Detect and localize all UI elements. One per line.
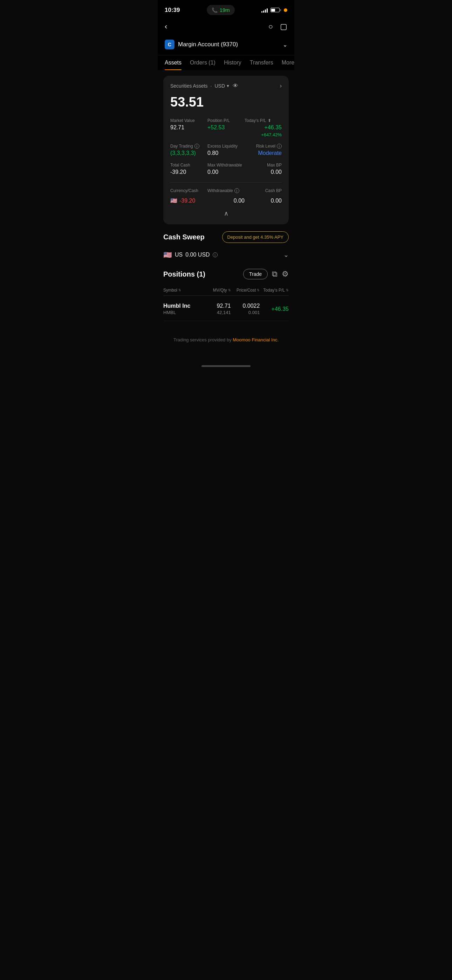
assets-card-header: Securities Assets · USD ▼ 👁 › bbox=[170, 83, 282, 89]
collapse-button[interactable]: ∧ bbox=[170, 210, 282, 217]
today-pl-position-value: +46.35 bbox=[272, 306, 289, 312]
usd-flag: 🇺🇸 -39.20 bbox=[170, 197, 207, 204]
market-value-metric: Market Value 92.71 bbox=[170, 118, 207, 137]
risk-level-label: Risk Level i bbox=[245, 144, 282, 149]
currency-dropdown-arrow: ▼ bbox=[226, 84, 230, 88]
call-duration: 19m bbox=[220, 7, 230, 13]
mv-qty-header[interactable]: MV/Qty ⇅ bbox=[202, 288, 231, 293]
day-trading-metric: Day Trading i (3,3,3,3,3) bbox=[170, 144, 207, 156]
nav-icons: ○ ▢ bbox=[268, 22, 287, 31]
currency-header: Currency/Cash Withdrawable i Cash BP bbox=[170, 188, 282, 193]
account-logo: C bbox=[165, 40, 175, 49]
signal-icon bbox=[261, 8, 268, 13]
assets-total-value: 53.51 bbox=[170, 95, 282, 110]
account-header[interactable]: C Margin Account (9370) ⌄ bbox=[158, 35, 294, 56]
max-withdrawable-metric: Max Withdrawable 0.00 bbox=[207, 162, 245, 175]
risk-level-metric: Risk Level i Moderate bbox=[245, 144, 282, 156]
main-content: Securities Assets · USD ▼ 👁 › 53.51 Mark… bbox=[158, 70, 294, 363]
excess-liquidity-label: Excess Liquidity bbox=[207, 144, 245, 149]
tab-orders[interactable]: Orders (1) bbox=[190, 56, 215, 70]
max-withdrawable-label: Max Withdrawable bbox=[207, 162, 245, 167]
chevron-right-icon[interactable]: › bbox=[280, 83, 282, 89]
day-trading-info-icon[interactable]: i bbox=[194, 144, 199, 149]
day-trading-label: Day Trading i bbox=[170, 144, 207, 149]
cash-sweep-title: Cash Sweep bbox=[163, 233, 205, 241]
card-divider bbox=[170, 182, 282, 183]
currency-section: Currency/Cash Withdrawable i Cash BP 🇺🇸 … bbox=[170, 188, 282, 204]
positions-transfer-icon[interactable]: ⧉ bbox=[272, 269, 277, 278]
tab-more[interactable]: More bbox=[282, 56, 294, 70]
assets-card: Securities Assets · USD ▼ 👁 › 53.51 Mark… bbox=[163, 76, 289, 224]
today-pl-header[interactable]: Today's P/L ⇅ bbox=[259, 288, 289, 293]
price-cost-col: 0.0022 0.001 bbox=[231, 303, 260, 315]
tab-history[interactable]: History bbox=[224, 56, 242, 70]
assets-label: Securities Assets · USD ▼ 👁 bbox=[170, 83, 238, 89]
position-pl-label: Position P/L bbox=[207, 118, 245, 123]
position-pl-value: +52.53 bbox=[207, 124, 245, 131]
usd-cash-bp: 0.00 bbox=[245, 198, 282, 204]
account-info: C Margin Account (9370) bbox=[165, 40, 238, 49]
status-time: 10:39 bbox=[165, 7, 180, 14]
footer-link[interactable]: Moomoo Financial Inc. bbox=[232, 337, 279, 342]
us-flag-emoji: 🇺🇸 bbox=[170, 197, 177, 204]
market-value-label: Market Value bbox=[170, 118, 207, 123]
back-button[interactable]: ‹ bbox=[165, 22, 167, 31]
today-pl-subvalue: +647.42% bbox=[245, 132, 282, 137]
account-dropdown-icon[interactable]: ⌄ bbox=[283, 41, 287, 48]
max-bp-metric: Max BP 0.00 bbox=[245, 162, 282, 175]
cost-value: 0.001 bbox=[248, 310, 260, 315]
withdrawable-info-icon[interactable]: i bbox=[234, 188, 239, 193]
market-value-value: 92.71 bbox=[170, 124, 207, 131]
cash-sweep-info-icon[interactable]: i bbox=[213, 252, 218, 257]
metrics-grid: Market Value 92.71 Position P/L +52.53 T… bbox=[170, 118, 282, 175]
call-indicator: 📞 19m bbox=[207, 5, 235, 15]
tab-assets[interactable]: Assets bbox=[165, 56, 181, 70]
cash-sweep-row[interactable]: 🇺🇸 US 0.00 USD i ⌄ bbox=[163, 248, 289, 262]
cash-bp-header: Cash BP bbox=[245, 188, 282, 193]
today-pl-sort-icon: ⇅ bbox=[286, 288, 289, 292]
positions-header: Positions (1) Trade ⧉ ⚙ bbox=[163, 269, 289, 279]
positions-actions: Trade ⧉ ⚙ bbox=[243, 269, 289, 279]
visibility-icon[interactable]: 👁 bbox=[232, 83, 238, 89]
currency-cash-header: Currency/Cash bbox=[170, 188, 207, 193]
positions-title: Positions (1) bbox=[163, 270, 205, 278]
footer: Trading services provided by Moomoo Fina… bbox=[163, 328, 289, 357]
mv-value: 92.71 bbox=[217, 303, 231, 309]
export-icon[interactable]: ⬆ bbox=[268, 118, 271, 123]
total-cash-metric: Total Cash -39.20 bbox=[170, 162, 207, 175]
tab-transfers[interactable]: Transfers bbox=[250, 56, 273, 70]
us-flag-sweep: 🇺🇸 bbox=[163, 251, 172, 259]
currency-label: · bbox=[210, 83, 212, 89]
symbol-sort-icon: ⇅ bbox=[178, 288, 181, 292]
home-bar bbox=[202, 365, 250, 367]
today-pl-value: +46.35 bbox=[245, 124, 282, 131]
risk-level-info-icon[interactable]: i bbox=[277, 144, 282, 149]
orange-indicator bbox=[284, 8, 287, 12]
account-name: Margin Account (9370) bbox=[178, 41, 238, 48]
home-indicator bbox=[158, 363, 294, 371]
search-icon[interactable]: ○ bbox=[268, 22, 273, 31]
excess-liquidity-value: 0.80 bbox=[207, 150, 245, 156]
cash-sweep-currency: US bbox=[175, 252, 183, 258]
position-row[interactable]: Humbl Inc HMBL 92.71 42,141 0.0022 0.001… bbox=[163, 297, 289, 321]
currency-dropdown[interactable]: USD ▼ bbox=[215, 83, 230, 89]
cash-sweep-header: Cash Sweep Deposit and get 4.35% APY bbox=[163, 231, 289, 243]
positions-settings-icon[interactable]: ⚙ bbox=[282, 269, 289, 278]
cash-sweep-section: Cash Sweep Deposit and get 4.35% APY 🇺🇸 … bbox=[163, 231, 289, 262]
day-trading-value: (3,3,3,3,3) bbox=[170, 150, 207, 156]
footer-text: Trading services provided by Moomoo Fina… bbox=[173, 337, 279, 342]
deposit-button[interactable]: Deposit and get 4.35% APY bbox=[222, 231, 289, 243]
tabs: Assets Orders (1) History Transfers More bbox=[158, 56, 294, 70]
trade-button[interactable]: Trade bbox=[243, 269, 268, 279]
positions-section: Positions (1) Trade ⧉ ⚙ Symbol ⇅ MV/Qty … bbox=[163, 269, 289, 321]
qty-value: 42,141 bbox=[217, 310, 231, 315]
price-cost-header[interactable]: Price/Cost ⇅ bbox=[231, 288, 260, 293]
price-cost-sort-icon: ⇅ bbox=[257, 288, 259, 292]
position-pl-metric: Position P/L +52.53 bbox=[207, 118, 245, 137]
message-icon[interactable]: ▢ bbox=[280, 22, 287, 31]
max-bp-value: 0.00 bbox=[245, 169, 282, 175]
chevron-up-icon: ∧ bbox=[224, 210, 228, 217]
phone-icon: 📞 bbox=[212, 7, 218, 13]
symbol-header[interactable]: Symbol ⇅ bbox=[163, 288, 202, 293]
cash-sweep-chevron-down[interactable]: ⌄ bbox=[283, 251, 289, 259]
